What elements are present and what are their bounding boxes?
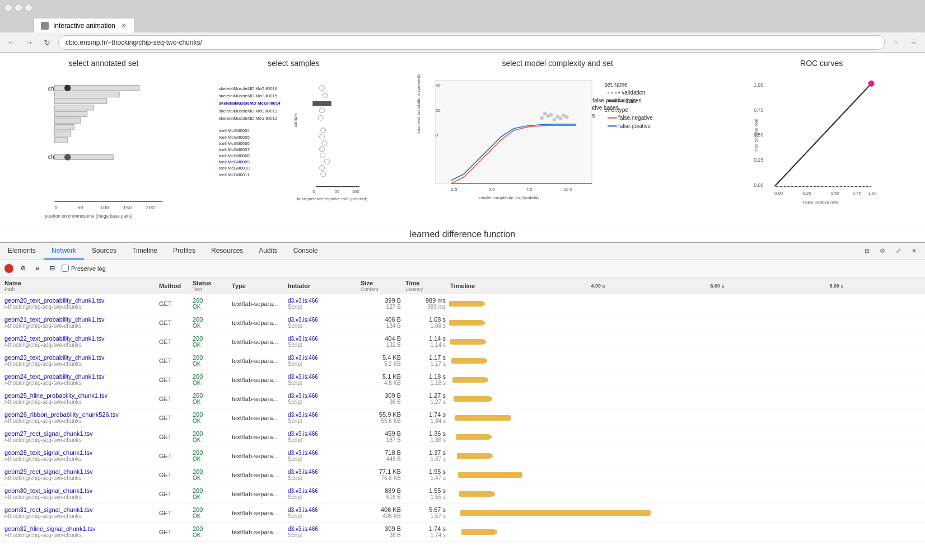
back-button[interactable]: ← xyxy=(4,36,18,49)
cell-timeline xyxy=(448,484,925,503)
cell-size: 309 B 38 B xyxy=(358,523,403,541)
file-path: /-thocking/chip-seq-two-chunks xyxy=(4,494,152,500)
col-header-time[interactable]: Time Latency xyxy=(403,280,448,292)
tab-elements[interactable]: Elements xyxy=(0,243,44,260)
svg-point-38 xyxy=(318,115,323,120)
timeline-bar xyxy=(461,529,495,535)
cell-initiator: d3.v3.is:466 Script xyxy=(286,351,358,370)
cell-size: 309 B 38 B xyxy=(358,389,403,408)
cell-status: 200 OK xyxy=(190,484,230,503)
svg-text:false positive/negative rate (: false positive/negative rate (percent) xyxy=(297,196,367,201)
table-row[interactable]: geom21_text_probability_chunk1.tsv /-tho… xyxy=(0,313,925,332)
cell-timeline xyxy=(448,523,925,541)
table-row[interactable]: geom31_rect_signal_chunk1.tsv /-thocking… xyxy=(0,503,925,523)
cell-time: 1.74 s 1.74 s xyxy=(403,523,448,541)
table-row[interactable]: geom27_rect_signal_chunk1.tsv /-thocking… xyxy=(0,427,925,446)
dock-button[interactable]: ⊞ xyxy=(860,244,873,258)
file-path: /-thocking/chip-seq-two-chunks xyxy=(4,456,152,462)
menu-button[interactable]: ☰ xyxy=(907,36,921,49)
cell-time: 1.17 s 1.17 s xyxy=(403,351,448,370)
table-row[interactable]: geom32_hline_signal_chunk1.tsv /-thockin… xyxy=(0,523,925,542)
address-bar[interactable]: cbio.ensmp.fr/~thocking/chip-seq-two-chu… xyxy=(58,35,885,50)
table-row[interactable]: geom28_text_signal_chunk1.tsv /-thocking… xyxy=(0,446,925,465)
svg-text:incorrect annotations (percent: incorrect annotations (percent) xyxy=(416,74,421,134)
svg-point-45 xyxy=(319,166,324,171)
view-toggle-button[interactable]: ⊟ xyxy=(47,263,57,274)
cell-name: geom21_text_probability_chunk1.tsv /-tho… xyxy=(0,313,157,332)
cell-method: GET xyxy=(157,465,190,484)
cell-name: geom28_text_signal_chunk1.tsv /-thocking… xyxy=(0,446,157,465)
samples-title: select samples xyxy=(268,59,320,68)
svg-text:10.0: 10.0 xyxy=(564,187,573,192)
svg-text:tcell McGill0010: tcell McGill0010 xyxy=(218,166,250,171)
reload-button[interactable]: ↻ xyxy=(40,36,54,49)
file-name: geom32_hline_signal_chunk1.tsv xyxy=(4,525,152,532)
tab-network[interactable]: Network xyxy=(44,243,84,260)
col-header-method[interactable]: Method xyxy=(157,283,190,289)
svg-point-37 xyxy=(319,108,324,113)
cell-time: 1.18 s 1.18 s xyxy=(403,370,448,389)
svg-text:— train: — train xyxy=(618,98,636,104)
cell-status: 200 OK xyxy=(190,427,230,446)
settings-button[interactable]: ⚙ xyxy=(876,244,889,258)
col-header-name[interactable]: Name Path xyxy=(0,280,157,292)
cell-initiator: d3.v3.is:466 Script xyxy=(286,332,358,351)
close-button[interactable] xyxy=(4,4,12,12)
timeline-dot xyxy=(484,378,488,382)
bookmark-button[interactable]: ☆ xyxy=(889,36,903,49)
svg-text:0.50: 0.50 xyxy=(831,191,840,196)
clear-button[interactable]: ⊘ xyxy=(18,263,28,274)
undock-button[interactable]: ⤢ xyxy=(891,244,905,258)
timeline-mark-1: 4.00 s xyxy=(591,283,605,289)
preserve-log-input[interactable] xyxy=(62,265,69,272)
tab-profiles[interactable]: Profiles xyxy=(165,243,203,260)
record-button[interactable] xyxy=(4,264,13,273)
svg-point-40 xyxy=(319,134,324,139)
table-row[interactable]: geom22_text_probability_chunk1.tsv /-tho… xyxy=(0,332,925,351)
tab-resources[interactable]: Resources xyxy=(203,243,251,260)
table-row[interactable]: geom29_rect_signal_chunk1.tsv /-thocking… xyxy=(0,465,925,484)
roc-section: ROC curves 1.00 0.75 0.50 0.25 0.00 True… xyxy=(729,59,914,221)
svg-text:skeletalMuscleMD McGill0014: skeletalMuscleMD McGill0014 xyxy=(218,101,281,106)
filter-button[interactable]: ⊎ xyxy=(32,263,43,274)
table-row[interactable]: geom24_text_probability_chunk1.tsv /-tho… xyxy=(0,370,925,389)
col-header-status[interactable]: Status Text xyxy=(190,280,230,292)
table-row[interactable]: geom25_hline_probability_chunk1.tsv /-th… xyxy=(0,389,925,408)
roc-svg: 1.00 0.75 0.50 0.25 0.00 True positive r… xyxy=(729,71,914,221)
svg-text:50: 50 xyxy=(77,205,83,210)
cell-timeline xyxy=(448,332,925,351)
url-text: cbio.ensmp.fr/~thocking/chip-seq-two-chu… xyxy=(66,39,202,46)
minimize-button[interactable] xyxy=(15,4,22,12)
file-path: /-thocking/chip-seq-two-chunks xyxy=(4,399,152,405)
file-path: /-thocking/chip-seq-two-chunks xyxy=(4,418,152,424)
charts-row: select annotated set chr21 chr2 xyxy=(11,59,914,221)
tab-timeline[interactable]: Timeline xyxy=(124,243,165,260)
timeline-dot xyxy=(482,340,486,344)
timeline-bar xyxy=(460,510,651,516)
tab-sources[interactable]: Sources xyxy=(84,243,124,260)
table-row[interactable]: geom30_text_signal_chunk1.tsv /-thocking… xyxy=(0,484,925,503)
learned-diff-label: learned difference function xyxy=(0,227,925,242)
maximize-button[interactable] xyxy=(25,4,32,12)
table-row[interactable]: geom26_ribbon_probability_chunk526.tsv /… xyxy=(0,408,925,427)
preserve-log-checkbox[interactable]: Preserve log xyxy=(62,265,106,272)
tab-console[interactable]: Console xyxy=(286,243,326,260)
table-row[interactable]: geom20_text_probability_chunk1.tsv /-tho… xyxy=(0,294,925,313)
col-header-timeline[interactable]: Timeline 4.00 s 6.00 s 8.00 s xyxy=(448,283,925,289)
col-header-type[interactable]: Type xyxy=(230,283,286,289)
roc-title: ROC curves xyxy=(800,59,843,68)
cell-initiator: d3.v3.is:466 Script xyxy=(286,446,358,465)
svg-point-84 xyxy=(562,114,566,117)
col-header-initiator[interactable]: Initiator xyxy=(286,283,358,289)
svg-text:0.00: 0.00 xyxy=(774,191,783,196)
col-header-size[interactable]: Size Content xyxy=(358,280,403,292)
table-row[interactable]: geom23_text_probability_chunk1.tsv /-tho… xyxy=(0,351,925,370)
tab-audits[interactable]: Audits xyxy=(251,243,285,260)
forward-button[interactable]: → xyxy=(22,36,36,49)
file-name: geom21_text_probability_chunk1.tsv xyxy=(4,316,152,323)
close-devtools-button[interactable]: ✕ xyxy=(907,244,921,258)
tab-close-button[interactable]: ✕ xyxy=(120,22,128,30)
active-tab[interactable]: Interactive animation ✕ xyxy=(34,18,135,32)
cell-initiator: d3.v3.is:466 Script xyxy=(286,294,358,313)
cell-size: 5.1 KB 4.8 KB xyxy=(358,370,403,389)
